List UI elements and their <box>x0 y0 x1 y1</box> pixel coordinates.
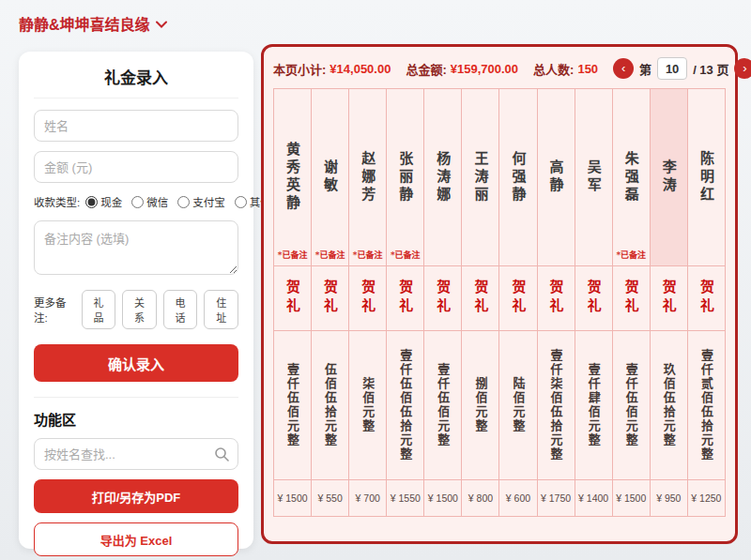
page-number-input[interactable] <box>657 57 687 80</box>
ledger-gift-cell: 贺礼 <box>613 266 651 331</box>
amount-chinese: 壹仟伍佰元整 <box>434 363 452 447</box>
payment-radio-其他[interactable] <box>235 196 247 208</box>
total-count-value: 150 <box>577 62 598 76</box>
ledger-name-cell[interactable]: 黄秀英静*已备注 <box>274 89 312 266</box>
ledger-amount-num-cell: ¥ 550 <box>312 480 349 516</box>
search-icon <box>214 446 229 462</box>
gift-label: 贺礼 <box>433 280 452 317</box>
amount-chinese: 壹仟肆佰元整 <box>585 363 603 447</box>
ledger-gift-cell: 贺礼 <box>274 266 312 331</box>
search-input[interactable] <box>34 438 238 470</box>
ledger-gift-cell: 贺礼 <box>538 266 575 331</box>
name-input[interactable] <box>34 110 238 142</box>
total-amount-label: 总金额: <box>406 60 446 78</box>
ledger-amount-cn-cell: 壹仟伍佰元整 <box>274 331 312 480</box>
ledger-amount-num-cell: ¥ 1250 <box>688 480 725 516</box>
export-excel-button[interactable]: 导出为 Excel <box>34 522 238 556</box>
noted-marker: *已备注 <box>387 249 423 261</box>
event-title[interactable]: 静静&坤坤喜结良缘 <box>19 12 167 35</box>
note-textarea[interactable] <box>34 220 238 275</box>
ledger-name-cell[interactable]: 赵娜芳*已备注 <box>349 89 387 266</box>
ledger-amount-cn-cell: 捌佰元整 <box>462 331 499 480</box>
ledger-name-cell[interactable]: 陈明红 <box>688 89 725 266</box>
noted-marker: *已备注 <box>274 249 311 261</box>
guest-name: 王涛丽 <box>470 151 490 204</box>
pagination: ‹ 第 / 13 页 › <box>613 57 751 80</box>
next-page-button[interactable]: › <box>734 58 751 79</box>
form-title: 礼金录入 <box>34 65 238 98</box>
ledger-panel: 本页小计: ¥14,050.00 总金额: ¥159,700.00 总人数: 1… <box>261 44 738 544</box>
guest-name: 黄秀英静 <box>283 142 302 213</box>
amount-numeric: ¥ 1500 <box>428 492 458 504</box>
more-notes-label: 更多备注: <box>34 295 75 325</box>
ledger-name-cell[interactable]: 王涛丽 <box>462 89 499 266</box>
gift-label: 贺礼 <box>320 280 340 317</box>
guest-name: 赵娜芳 <box>358 151 377 204</box>
ledger-gift-cell: 贺礼 <box>688 266 725 331</box>
ledger-name-cell[interactable]: 张丽静*已备注 <box>387 89 424 266</box>
guest-name: 谢敏 <box>320 159 340 195</box>
amount-numeric: ¥ 1400 <box>578 492 608 504</box>
ledger-name-cell[interactable]: 谢敏*已备注 <box>312 89 349 266</box>
amount-numeric: ¥ 700 <box>356 492 380 504</box>
ledger-amount-num-cell: ¥ 1400 <box>575 480 613 516</box>
event-title-text: 静静&坤坤喜结良缘 <box>19 12 150 35</box>
payment-radio-微信[interactable] <box>131 196 144 208</box>
ledger-amount-cn-cell: 壹仟伍佰伍拾元整 <box>387 331 424 480</box>
ledger-row-amount-num: ¥ 1500¥ 550¥ 700¥ 1550¥ 1500¥ 800¥ 600¥ … <box>274 480 725 516</box>
payment-radio-支付宝[interactable] <box>177 196 190 208</box>
amount-input[interactable] <box>34 151 238 183</box>
search-box <box>34 438 238 470</box>
ledger-name-cell[interactable]: 李涛 <box>651 89 688 266</box>
amount-numeric: ¥ 1750 <box>541 492 571 504</box>
payment-option-支付宝[interactable]: 支付宝 <box>177 194 225 209</box>
ledger-amount-cn-cell: 壹仟肆佰元整 <box>575 331 613 480</box>
ledger-gift-cell: 贺礼 <box>349 266 387 331</box>
ledger-gift-cell: 贺礼 <box>312 266 349 331</box>
page-prefix-label: 第 <box>639 60 651 78</box>
gift-label: 贺礼 <box>697 280 716 317</box>
payment-option-微信[interactable]: 微信 <box>131 194 168 209</box>
ledger-gift-cell: 贺礼 <box>575 266 613 331</box>
amount-numeric: ¥ 1500 <box>277 492 307 504</box>
note-tag-住址[interactable]: 住址 <box>204 290 238 329</box>
gift-label: 贺礼 <box>584 280 604 317</box>
note-tag-关系[interactable]: 关系 <box>122 290 157 329</box>
ledger-name-cell[interactable]: 杨涛娜 <box>424 89 462 266</box>
ledger-amount-num-cell: ¥ 1500 <box>424 480 462 516</box>
noted-marker: *已备注 <box>613 249 650 261</box>
payment-option-现金[interactable]: 现金 <box>85 194 122 209</box>
ledger-amount-num-cell: ¥ 1500 <box>274 480 312 516</box>
ledger-amount-cn-cell: 玖佰伍拾元整 <box>651 331 688 480</box>
amount-numeric: ¥ 800 <box>468 492 493 504</box>
ledger-amount-cn-cell: 陆佰元整 <box>499 331 537 480</box>
ledger-amount-num-cell: ¥ 700 <box>349 480 387 516</box>
page-subtotal-value: ¥14,050.00 <box>330 62 391 76</box>
guest-name: 李涛 <box>659 159 679 195</box>
confirm-entry-button[interactable]: 确认录入 <box>34 344 238 382</box>
ledger-amount-num-cell: ¥ 600 <box>499 480 537 516</box>
gift-label: 贺礼 <box>621 280 641 317</box>
print-pdf-button[interactable]: 打印/另存为PDF <box>34 479 238 513</box>
noted-marker: *已备注 <box>349 249 386 261</box>
ledger-name-cell[interactable]: 何强静 <box>499 89 537 266</box>
entry-sidebar: 礼金录入 收款类型: 现金微信支付宝其他 更多备注: 礼品关系电话住址 确认录入… <box>19 52 253 549</box>
more-notes-row: 更多备注: 礼品关系电话住址 <box>34 290 238 329</box>
ledger-amount-cn-cell: 壹仟伍佰元整 <box>424 331 462 480</box>
guest-name: 杨涛娜 <box>433 151 452 204</box>
prev-page-button[interactable]: ‹ <box>613 58 634 79</box>
ledger-name-cell[interactable]: 高静 <box>538 89 575 266</box>
gift-label: 贺礼 <box>395 280 415 317</box>
amount-chinese: 玖佰伍拾元整 <box>660 363 678 447</box>
gift-label: 贺礼 <box>358 280 377 317</box>
ledger-row-gift: 贺礼贺礼贺礼贺礼贺礼贺礼贺礼贺礼贺礼贺礼贺礼贺礼 <box>274 266 725 331</box>
ledger-amount-num-cell: ¥ 800 <box>462 480 499 516</box>
ledger-gift-cell: 贺礼 <box>651 266 688 331</box>
payment-radio-现金[interactable] <box>85 196 98 208</box>
note-tag-电话[interactable]: 电话 <box>163 290 198 329</box>
ledger-name-cell[interactable]: 吴军 <box>575 89 613 266</box>
ledger-table: 黄秀英静*已备注谢敏*已备注赵娜芳*已备注张丽静*已备注杨涛娜王涛丽何强静高静吴… <box>273 88 726 517</box>
page-suffix-label: / 13 页 <box>693 60 728 78</box>
ledger-name-cell[interactable]: 朱强磊*已备注 <box>613 89 651 266</box>
note-tag-礼品[interactable]: 礼品 <box>82 290 116 329</box>
